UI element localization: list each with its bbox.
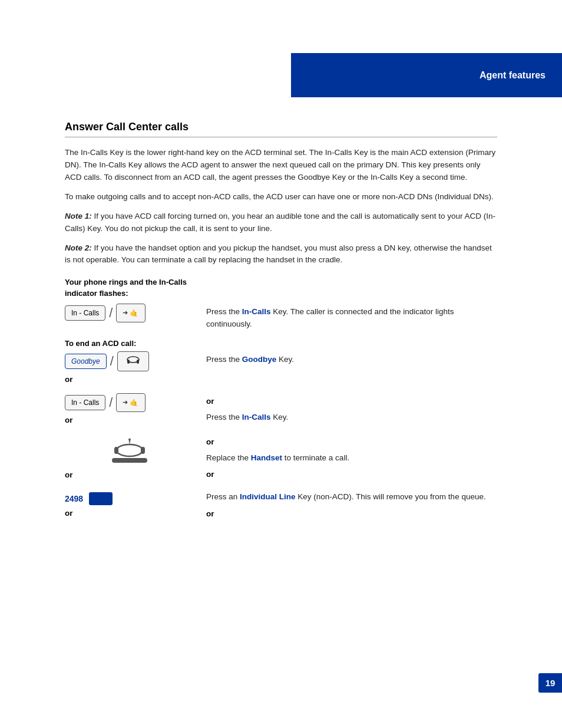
paragraph-2: To make outgoing calls and to accept non… — [65, 191, 497, 203]
note-1: Note 1: If you have ACD call forcing tur… — [65, 210, 497, 235]
in-calls-key-highlight-2: In-Calls — [242, 413, 271, 421]
or-3: or — [65, 470, 194, 479]
in-calls-key-group-2: In - Calls / ➜ 🤙 or — [65, 393, 194, 428]
arrow-phone-svg-1: ➜ 🤙 — [123, 307, 139, 319]
individual-line-desc: Press an Individual Line Key (non-ACD). … — [206, 489, 497, 521]
goodbye-row: Goodbye / or Press the Goodbye Key. — [65, 351, 497, 387]
in-calls-answer-row: In - Calls / ➜ 🤙 Press the In-Calls Key.… — [65, 304, 497, 331]
svg-rect-7 — [112, 458, 147, 463]
goodbye-desc: Press the Goodbye Key. — [206, 351, 497, 366]
header-bar: Agent features — [291, 53, 562, 97]
note-2-text: If you have the handset option and you p… — [65, 243, 492, 265]
slash-2: / — [110, 355, 114, 368]
right-or-1: or — [206, 397, 214, 406]
in-calls-key-group-1: In - Calls / ➜ 🤙 — [65, 304, 194, 325]
goodbye-phone-icon — [117, 351, 149, 371]
in-calls-key-row-2: In - Calls / ➜ 🤙 — [65, 393, 194, 412]
line-number: 2498 — [65, 494, 83, 503]
handset-row: or or Replace the Handset to terminate a… — [65, 434, 497, 483]
in-calls-key-row-1: In - Calls / ➜ 🤙 — [65, 304, 194, 322]
arrow-phone-icon-2: ➜ 🤙 — [116, 393, 146, 412]
in-calls-end-desc: or Press the In-Calls Key. — [206, 393, 497, 424]
handset-cradle-svg — [106, 437, 153, 467]
in-calls-key-highlight-1: In-Calls — [242, 307, 271, 316]
slash-3: / — [109, 396, 113, 409]
svg-rect-9 — [114, 447, 118, 454]
right-or-3: or — [206, 470, 214, 479]
svg-text:➜: ➜ — [123, 309, 128, 316]
svg-text:➜: ➜ — [123, 398, 128, 406]
handset-icon-group: or — [65, 434, 194, 483]
line-btn-box[interactable] — [89, 492, 113, 505]
goodbye-key-highlight: Goodbye — [242, 355, 277, 364]
or-2: or — [65, 416, 194, 424]
individual-line-group: 2498 or — [65, 489, 194, 521]
page-number-tab: 19 — [538, 673, 562, 693]
goodbye-phone-svg — [124, 355, 143, 368]
goodbye-key-row: Goodbye / — [65, 351, 194, 371]
note-2: Note 2: If you have the handset option a… — [65, 242, 497, 267]
handset-desc: or Replace the Handset to terminate a ca… — [206, 434, 497, 482]
header-title: Agent features — [480, 70, 546, 81]
individual-line-box: 2498 — [65, 492, 194, 505]
in-calls-end-row: In - Calls / ➜ 🤙 or or Press the In-Call… — [65, 393, 497, 428]
paragraph-1: The In-Calls Key is the lower right-hand… — [65, 147, 497, 184]
right-or-2: or — [206, 437, 214, 446]
svg-text:🤙: 🤙 — [130, 398, 139, 406]
or-4: or — [65, 509, 194, 518]
arrow-phone-svg-2: ➜ 🤙 — [123, 397, 139, 409]
svg-rect-10 — [141, 447, 145, 454]
goodbye-key[interactable]: Goodbye — [65, 354, 107, 369]
svg-marker-11 — [128, 439, 131, 444]
right-or-4: or — [206, 509, 214, 518]
goodbye-key-group: Goodbye / or — [65, 351, 194, 387]
svg-point-8 — [117, 444, 143, 456]
individual-line-highlight: Individual Line — [240, 492, 296, 501]
svg-rect-3 — [127, 360, 130, 364]
handset-icon-wrap — [65, 437, 194, 467]
individual-line-row: 2498 or Press an Individual Line Key (no… — [65, 489, 497, 521]
in-calls-key-2[interactable]: In - Calls — [65, 395, 105, 410]
handset-key-highlight: Handset — [251, 453, 282, 462]
end-acd-label: To end an ACD call: — [65, 339, 497, 348]
note-1-text: If you have ACD call forcing turned on, … — [65, 212, 495, 233]
svg-text:🤙: 🤙 — [130, 309, 139, 317]
main-content: Answer Call Center calls The In-Calls Ke… — [65, 121, 497, 527]
phone-rings-label: Your phone rings and the In-Callsindicat… — [65, 277, 497, 298]
or-1: or — [65, 375, 194, 384]
section-heading: Answer Call Center calls — [65, 121, 497, 137]
note-1-label: Note 1: — [65, 212, 92, 220]
svg-rect-4 — [137, 360, 139, 364]
in-calls-key-1[interactable]: In - Calls — [65, 305, 105, 321]
arrow-phone-icon-1: ➜ 🤙 — [116, 304, 146, 322]
note-2-label: Note 2: — [65, 243, 92, 252]
in-calls-answer-desc: Press the In-Calls Key. The caller is co… — [206, 304, 497, 331]
slash-1: / — [109, 307, 113, 319]
